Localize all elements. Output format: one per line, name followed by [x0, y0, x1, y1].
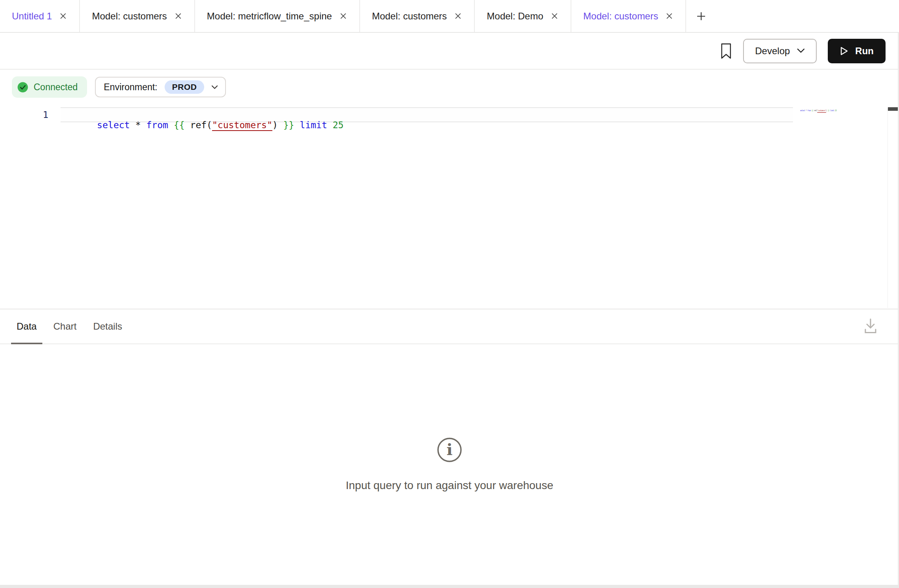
editor-tab[interactable]: Model: customers [360, 0, 475, 32]
connection-status-badge: Connected [12, 76, 87, 98]
results-panel: Data Chart Details [0, 309, 899, 585]
tab-bar: Untitled 1 Model: customers Model: metri… [0, 0, 899, 33]
code-token [168, 120, 174, 130]
code-token: ) [272, 120, 283, 130]
line-number: 1 [33, 110, 48, 120]
editor-tab[interactable]: Model: customers [571, 0, 686, 32]
minimap-token: from [808, 109, 811, 112]
results-tab[interactable]: Data [11, 309, 42, 343]
download-button[interactable] [863, 317, 878, 336]
results-tab-label: Chart [53, 321, 77, 332]
tab-label: Model: Demo [487, 11, 543, 22]
tab-label: Model: customers [372, 11, 447, 22]
minimap-token: limit [830, 109, 834, 112]
close-icon[interactable] [59, 12, 67, 20]
editor-scrollbar-thumb[interactable] [888, 107, 899, 111]
check-icon [17, 82, 28, 93]
chevron-down-icon [211, 85, 218, 89]
bookmark-button[interactable] [720, 43, 732, 59]
results-tab[interactable]: Chart [48, 309, 82, 343]
environment-label: Environment: [104, 82, 157, 93]
environment-selector[interactable]: Environment: PROD [95, 77, 226, 97]
code-line: select * from {{ ref("customers") }} lim… [64, 110, 343, 140]
minimap-token: select [800, 109, 805, 112]
results-panel-header: Data Chart Details [0, 309, 899, 344]
minimap-token: "customers" [817, 109, 826, 112]
toolbar: Develop Run [0, 33, 899, 70]
editor-scrollbar-track [888, 108, 888, 308]
results-empty-state: i Input query to run against your wareho… [0, 344, 899, 585]
svg-text:i: i [446, 440, 452, 459]
new-tab-button[interactable] [686, 0, 716, 32]
chevron-down-icon [797, 48, 805, 53]
results-tab-label: Details [93, 321, 122, 332]
minimap-token: 25 [835, 109, 836, 112]
connection-status-label: Connected [34, 82, 78, 93]
editor-tab[interactable]: Model: customers [80, 0, 195, 32]
environment-value-badge: PROD [165, 80, 205, 94]
close-icon[interactable] [454, 12, 462, 20]
close-icon[interactable] [339, 12, 347, 20]
bookmark-icon [720, 43, 732, 59]
empty-state-message: Input query to run against your warehous… [346, 479, 554, 492]
results-tabs: Data Chart Details [11, 309, 128, 343]
minimap[interactable]: select * from {{ ref("customers") }} lim… [795, 107, 836, 114]
run-button[interactable]: Run [828, 39, 886, 63]
code-token: limit [300, 120, 327, 130]
editor-tab[interactable]: Untitled 1 [0, 0, 80, 32]
bottom-bar [0, 585, 899, 588]
tab-label: Model: customers [583, 11, 658, 22]
develop-label: Develop [755, 46, 790, 57]
code-token: "customers" [212, 120, 272, 130]
code-editor[interactable]: 1 select * from {{ ref("customers") }} l… [0, 99, 899, 308]
code-token: ref( [185, 120, 212, 130]
tab-label: Model: customers [92, 11, 167, 22]
editor-tab[interactable]: Model: metricflow_time_spine [195, 0, 360, 32]
code-token: {{ [174, 120, 185, 130]
develop-button[interactable]: Develop [743, 39, 817, 63]
tab-label: Untitled 1 [12, 11, 52, 22]
status-row: Connected Environment: PROD [12, 76, 226, 98]
code-token [327, 120, 333, 130]
run-label: Run [855, 46, 874, 57]
code-token: select [97, 120, 130, 130]
editor-tab[interactable]: Model: Demo [475, 0, 571, 32]
results-tab[interactable]: Details [87, 309, 127, 343]
code-token: 25 [333, 120, 344, 130]
close-icon[interactable] [174, 12, 182, 20]
dbt-ide-window: Untitled 1 Model: customers Model: metri… [0, 0, 899, 588]
info-icon: i [437, 437, 462, 463]
download-icon [863, 317, 878, 335]
code-token: * [135, 120, 141, 130]
code-token [141, 120, 146, 130]
plus-icon [696, 11, 707, 22]
code-token: from [146, 120, 168, 130]
tab-label: Model: metricflow_time_spine [207, 11, 332, 22]
code-token [294, 120, 300, 130]
close-icon[interactable] [665, 12, 673, 20]
tabs-container: Untitled 1 Model: customers Model: metri… [0, 0, 686, 32]
close-icon[interactable] [550, 12, 559, 20]
results-tab-label: Data [17, 321, 37, 332]
code-token [130, 120, 135, 130]
play-icon [840, 46, 848, 56]
minimap-token: ref( [813, 109, 817, 112]
code-token: }} [283, 120, 294, 130]
